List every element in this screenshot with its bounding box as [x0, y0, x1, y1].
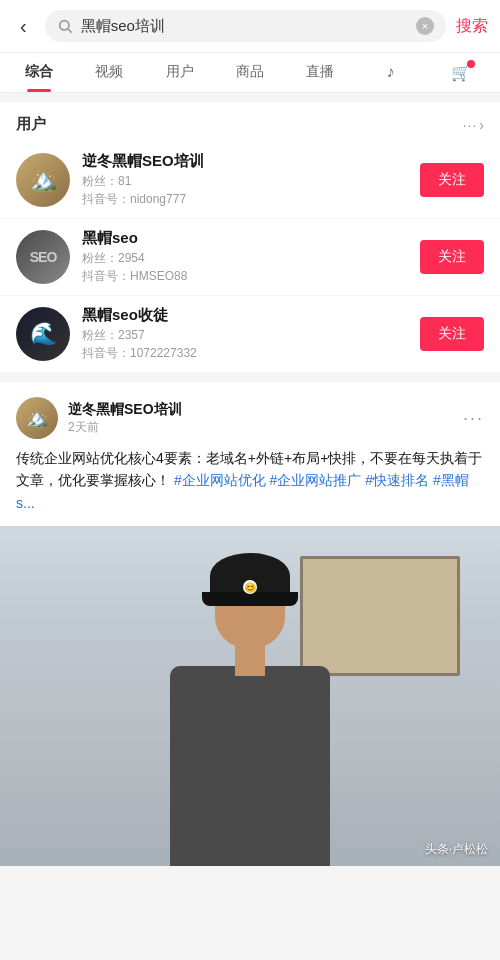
- feed-image[interactable]: 😊 头条·卢松松: [0, 526, 500, 866]
- follow-button[interactable]: 关注: [420, 163, 484, 197]
- cart-icon: 🛒: [451, 63, 471, 82]
- hashtag-2[interactable]: #企业网站推广: [270, 472, 362, 488]
- tab-comprehensive[interactable]: 综合: [4, 53, 74, 92]
- svg-line-1: [68, 29, 72, 33]
- clear-button[interactable]: ×: [416, 17, 434, 35]
- tab-cart[interactable]: 🛒: [426, 53, 496, 92]
- user-name: 黑帽seo收徒: [82, 306, 408, 325]
- user-id: 抖音号：HMSEO88: [82, 268, 408, 285]
- top-bar: ‹ × 搜索: [0, 0, 500, 53]
- feed-user-info: 逆冬黑帽SEO培训 2天前: [68, 401, 453, 436]
- more-dots-icon: ···: [463, 117, 478, 133]
- chevron-right-icon: ›: [479, 117, 484, 133]
- hashtag-3[interactable]: #快速排名: [365, 472, 429, 488]
- user-info: 逆冬黑帽SEO培训 粉丝：81 抖音号：nidong777: [82, 152, 408, 208]
- music-icon: ♪: [387, 63, 395, 80]
- person-body: [170, 666, 330, 866]
- cap-smile-badge: 😊: [243, 580, 257, 594]
- avatar-image: 🌊: [16, 307, 70, 361]
- follow-button[interactable]: 关注: [420, 240, 484, 274]
- painting-decoration: [300, 556, 460, 676]
- user-id: 抖音号：nidong777: [82, 191, 408, 208]
- tab-live[interactable]: 直播: [285, 53, 355, 92]
- feed-username: 逆冬黑帽SEO培训: [68, 401, 453, 419]
- avatar-image: SEO: [16, 230, 70, 284]
- search-box: ×: [45, 10, 446, 42]
- back-button[interactable]: ‹: [12, 11, 35, 42]
- feed-text: 传统企业网站优化核心4要素：老域名+外链+布局+快排，不要在每天执着于文章，优化…: [0, 447, 500, 526]
- person-cap-brim: [202, 592, 298, 606]
- hashtag-1[interactable]: #企业网站优化: [174, 472, 266, 488]
- user-item[interactable]: 🏔️ 逆冬黑帽SEO培训 粉丝：81 抖音号：nidong777 关注: [0, 142, 500, 219]
- search-icon: [57, 18, 73, 34]
- user-info: 黑帽seo 粉丝：2954 抖音号：HMSEO88: [82, 229, 408, 285]
- user-item[interactable]: SEO 黑帽seo 粉丝：2954 抖音号：HMSEO88 关注: [0, 219, 500, 296]
- avatar: SEO: [16, 230, 70, 284]
- feed-time: 2天前: [68, 419, 453, 436]
- user-name: 黑帽seo: [82, 229, 408, 248]
- search-button[interactable]: 搜索: [456, 16, 488, 37]
- tab-user[interactable]: 用户: [145, 53, 215, 92]
- tab-music[interactable]: ♪: [355, 53, 425, 92]
- feed-more-button[interactable]: ···: [463, 408, 484, 429]
- photo-background: 😊: [0, 526, 500, 866]
- section-header: 用户 ··· ›: [0, 103, 500, 142]
- tab-goods[interactable]: 商品: [215, 53, 285, 92]
- follow-button[interactable]: 关注: [420, 317, 484, 351]
- avatar-image: 🏔️: [16, 153, 70, 207]
- avatar: 🏔️: [16, 153, 70, 207]
- user-fans: 粉丝：2357: [82, 327, 408, 344]
- image-watermark: 头条·卢松松: [425, 841, 488, 858]
- feed-header: 🏔️ 逆冬黑帽SEO培训 2天前 ···: [0, 383, 500, 447]
- svg-point-0: [59, 21, 68, 30]
- user-fans: 粉丝：2954: [82, 250, 408, 267]
- user-info: 黑帽seo收徒 粉丝：2357 抖音号：1072227332: [82, 306, 408, 362]
- feed-section: 🏔️ 逆冬黑帽SEO培训 2天前 ··· 传统企业网站优化核心4要素：老域名+外…: [0, 383, 500, 866]
- tab-video[interactable]: 视频: [74, 53, 144, 92]
- user-section: 用户 ··· › 🏔️ 逆冬黑帽SEO培训 粉丝：81 抖音号：nidong77…: [0, 103, 500, 373]
- section-title: 用户: [16, 115, 46, 134]
- user-item[interactable]: 🌊 黑帽seo收徒 粉丝：2357 抖音号：1072227332 关注: [0, 296, 500, 373]
- user-name: 逆冬黑帽SEO培训: [82, 152, 408, 171]
- person-neck: [235, 646, 265, 676]
- cart-notification-dot: [467, 60, 475, 68]
- search-input[interactable]: [81, 18, 408, 35]
- avatar: 🌊: [16, 307, 70, 361]
- section-more-button[interactable]: ··· ›: [463, 117, 484, 133]
- user-id: 抖音号：1072227332: [82, 345, 408, 362]
- user-fans: 粉丝：81: [82, 173, 408, 190]
- feed-avatar[interactable]: 🏔️: [16, 397, 58, 439]
- tab-bar: 综合 视频 用户 商品 直播 ♪ 🛒: [0, 53, 500, 93]
